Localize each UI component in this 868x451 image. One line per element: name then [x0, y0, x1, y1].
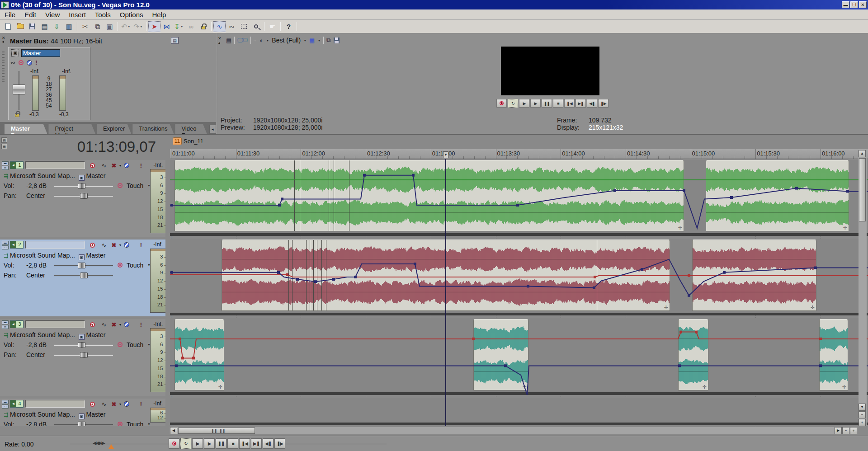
stop-button[interactable]: ■: [553, 99, 563, 108]
scroll-down-icon[interactable]: ▼: [859, 404, 866, 411]
bus-solo-icon[interactable]: !: [35, 59, 37, 66]
vol-slider[interactable]: [54, 265, 113, 266]
automatic-crossfades-button[interactable]: ⋈: [160, 21, 173, 32]
track-3-header[interactable]: ▬▭◄3∿✖▼!-Inf.⇶ Microsoft Sound Map... ▣ …: [0, 319, 165, 396]
tab-master-bus[interactable]: Master Bus: [5, 124, 47, 134]
pan-slider[interactable]: [54, 355, 113, 356]
automation-gear-icon[interactable]: [19, 60, 24, 65]
menu-edit[interactable]: Edit: [20, 10, 41, 19]
ignore-event-grouping-button[interactable]: ∞: [185, 21, 197, 32]
phase-icon[interactable]: !: [137, 321, 145, 328]
phase-icon[interactable]: !: [137, 242, 145, 248]
automation-gear-icon[interactable]: [118, 422, 123, 426]
bus-assign-icon[interactable]: ▣: [79, 175, 85, 181]
copy-button[interactable]: ⧉: [91, 21, 104, 32]
go-to-start-button[interactable]: ❚◀: [564, 99, 575, 108]
menu-tools[interactable]: Tools: [90, 10, 115, 19]
envelope-icon[interactable]: ∿: [100, 321, 108, 328]
automation-mode[interactable]: Touch: [127, 341, 143, 348]
tab-video-f[interactable]: Video F: [175, 124, 207, 134]
play-from-start-button[interactable]: ▶: [519, 99, 529, 108]
envelope-icon[interactable]: ∿: [100, 242, 108, 248]
zoom-edit-tool-button[interactable]: [250, 21, 262, 32]
go-to-start-button[interactable]: ❚◀: [239, 438, 250, 449]
vol-slider-thumb[interactable]: [78, 342, 85, 348]
track-minimize-icon[interactable]: ▬: [2, 400, 9, 404]
solo-icon[interactable]: [123, 242, 130, 248]
play-button[interactable]: ▶: [204, 438, 215, 449]
scroll-right-icon[interactable]: ▶: [835, 427, 842, 434]
project-properties-button[interactable]: ▤: [38, 21, 51, 32]
vol-slider[interactable]: [54, 186, 113, 187]
vol-value[interactable]: -2,8 dB: [26, 341, 47, 348]
bus-assign-icon[interactable]: ▣: [79, 254, 85, 260]
vertical-scrollbar[interactable]: ▲ ▼ − ＋: [859, 150, 867, 426]
chevron-down-icon[interactable]: ▼: [303, 39, 307, 42]
loop-playback-button[interactable]: ↻: [180, 438, 191, 449]
chevron-down-icon[interactable]: ▼: [317, 39, 321, 42]
record-button[interactable]: [169, 438, 179, 449]
panel-menu-icon[interactable]: ▤: [226, 37, 231, 44]
split-screen-icon[interactable]: ◐: [260, 37, 264, 44]
zoom-out-icon[interactable]: −: [842, 427, 849, 434]
menu-view[interactable]: View: [41, 10, 64, 19]
playhead[interactable]: [445, 159, 446, 426]
pan-slider-thumb[interactable]: [80, 272, 88, 278]
loop-playback-button[interactable]: ↻: [508, 99, 518, 108]
pan-slider[interactable]: [54, 196, 113, 197]
record-arm-icon[interactable]: [89, 321, 96, 328]
track-zoom-out-icon[interactable]: −: [859, 411, 866, 418]
panel-menu-icon[interactable]: ▤: [171, 37, 179, 44]
chevron-down-icon[interactable]: ▼: [180, 25, 184, 28]
vol-slider[interactable]: [54, 424, 113, 425]
pause-button[interactable]: ❚❚: [542, 99, 552, 108]
go-to-end-button[interactable]: ▶❚: [251, 438, 262, 449]
horizontal-scroll-thumb[interactable]: ❚❚❚❚: [178, 428, 255, 434]
track-minimize-icon[interactable]: ▬: [2, 161, 9, 165]
track-name-field[interactable]: [25, 400, 85, 408]
tab-explorer[interactable]: Explorer: [97, 124, 131, 134]
automation-mode[interactable]: Touch: [127, 182, 143, 189]
phase-icon[interactable]: !: [137, 401, 145, 407]
automation-mode[interactable]: Touch: [127, 262, 143, 269]
track-restore-icon[interactable]: ▭: [2, 404, 9, 409]
record-arm-icon[interactable]: [89, 162, 96, 169]
scroll-left-icon[interactable]: ◀: [170, 427, 177, 434]
bus-window-icon[interactable]: ▣: [11, 49, 19, 56]
rate-slider-handle[interactable]: ◀◀▶▶: [93, 440, 104, 446]
grid-overlay-icon[interactable]: ▦: [309, 37, 315, 44]
scroll-up-icon[interactable]: ▲: [859, 150, 866, 157]
track-restore-icon[interactable]: ▭: [2, 325, 9, 329]
vol-slider-thumb[interactable]: [78, 263, 85, 268]
menu-options[interactable]: Options: [115, 10, 148, 19]
close-button[interactable]: ✕: [859, 1, 867, 8]
master-fader[interactable]: [13, 85, 25, 94]
import-media-button[interactable]: ⇩: [51, 21, 63, 32]
track-minimize-icon[interactable]: ▬: [2, 320, 9, 324]
chevron-down-icon[interactable]: ▼: [140, 25, 143, 28]
go-to-end-button[interactable]: ▶❚: [576, 99, 586, 108]
track-name-field[interactable]: [25, 320, 85, 328]
play-button[interactable]: ▶: [530, 99, 541, 108]
lock-icon[interactable]: [15, 113, 19, 117]
track-3-lane[interactable]: ✛✛✛✛: [170, 318, 868, 395]
track-restore-icon[interactable]: ▭: [2, 166, 9, 170]
selection-edit-tool-button[interactable]: [238, 21, 250, 32]
bus-name-field[interactable]: Master: [21, 49, 60, 57]
menu-insert[interactable]: Insert: [64, 10, 90, 19]
chevron-down-icon[interactable]: ▼: [147, 423, 151, 426]
envelope-icon[interactable]: ∿: [100, 401, 108, 407]
preview-quality-select[interactable]: Best (Full): [272, 37, 301, 44]
horizontal-scrollbar[interactable]: ◀ ❚❚❚❚ ▶ − ＋: [170, 427, 857, 434]
stop-button[interactable]: ■: [227, 438, 238, 449]
solo-icon[interactable]: [123, 321, 130, 328]
panel-divider[interactable]: [216, 33, 217, 134]
master-bus-close-icon[interactable]: ✕◂: [2, 36, 5, 43]
pan-slider[interactable]: [54, 275, 113, 276]
save-project-button[interactable]: [26, 21, 38, 32]
track-4-lane[interactable]: [170, 398, 868, 425]
cut-button[interactable]: ✂: [79, 21, 91, 32]
edit-details-button[interactable]: ▥: [63, 21, 75, 32]
paste-button[interactable]: ▣: [104, 21, 116, 32]
automation-gear-icon[interactable]: [118, 183, 123, 188]
